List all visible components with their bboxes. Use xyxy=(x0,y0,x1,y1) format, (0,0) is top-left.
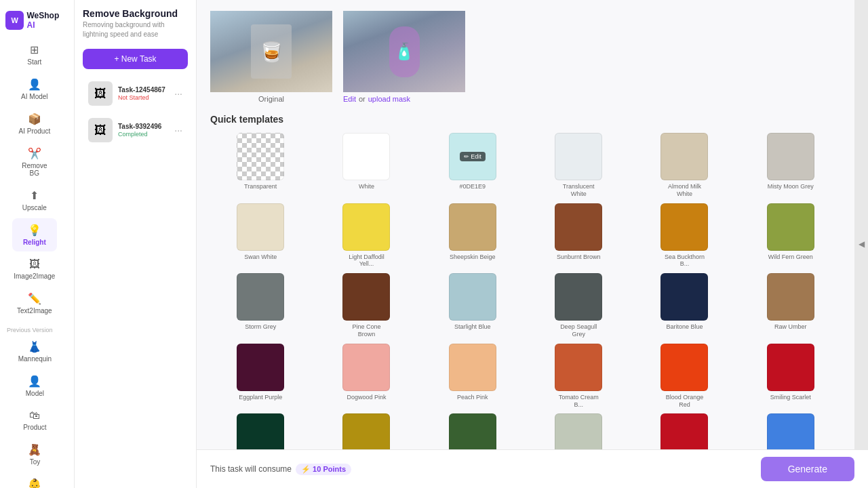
sidebar-item-ai-product[interactable]: 📦 AI Product xyxy=(12,107,57,140)
color-label-raw-umber: Raw Umber xyxy=(774,323,807,331)
text2image-label: Text2Image xyxy=(17,307,52,314)
color-item-peach-pink[interactable]: Peach Pink xyxy=(422,344,523,409)
color-swatch-sea-buckthorn-b xyxy=(660,203,708,251)
right-collapse-panel[interactable]: ◀ xyxy=(854,0,868,488)
sidebar-prev-toy[interactable]: 🧸 Toy xyxy=(16,438,54,471)
toy-prev-label: Toy xyxy=(30,458,41,466)
color-item-sheepskin-beige[interactable]: Sheepskin Beige xyxy=(422,203,523,268)
logo-text: WeShop AI xyxy=(26,11,68,30)
task-name: Task-12454867 xyxy=(118,86,169,94)
quick-templates-title: Quick templates xyxy=(210,114,841,125)
task-more-icon[interactable]: ··· xyxy=(174,88,182,99)
middle-panel: Remove Background Removing background wi… xyxy=(75,0,197,488)
color-item-smiling-scarlet[interactable]: Smiling Scarlet xyxy=(741,344,841,409)
remove-bg-icon: ✂️ xyxy=(28,147,41,160)
color-swatch-swan-white xyxy=(237,203,284,251)
color-label-light-daffodil-yellow: Light Daffodil Yell... xyxy=(342,253,390,268)
nav-items: ⊞ Start 👤 AI Model 📦 AI Product ✂️ Remov… xyxy=(12,38,62,321)
color-label-baritone-blue: Baritone Blue xyxy=(666,323,703,331)
task-item-task-1[interactable]: 🖼 Task-12454867 Not Started ··· xyxy=(80,76,191,111)
task-status: Not Started xyxy=(118,94,169,101)
start-icon: ⊞ xyxy=(30,43,39,56)
color-item-storm-grey[interactable]: Storm Grey xyxy=(210,273,311,338)
color-label-pine-cone-brown: Pine Cone Brown xyxy=(342,323,390,338)
color-item-light-daffodil-yellow[interactable]: Light Daffodil Yell... xyxy=(316,203,416,268)
upscale-icon: ⬆ xyxy=(30,189,39,202)
ai-model-icon: 👤 xyxy=(28,78,41,91)
new-task-button[interactable]: + New Task xyxy=(83,49,188,69)
image2image-label: Image2Image xyxy=(14,272,55,280)
sidebar-prev-children[interactable]: 👶 Children xyxy=(16,472,54,488)
sidebar-item-upscale[interactable]: ⬆ Upscale xyxy=(12,184,57,217)
sidebar-prev-model[interactable]: 👤 Model xyxy=(16,369,54,403)
color-item-custom-edit[interactable]: ✏ Edit #0DE1E9 xyxy=(422,133,523,198)
logo-area: W WeShop AI xyxy=(0,7,74,38)
color-label-white: White xyxy=(359,183,374,190)
color-item-sunburnt-brown[interactable]: Sunburnt Brown xyxy=(528,203,629,268)
color-item-raw-umber[interactable]: Raw Umber xyxy=(741,273,841,338)
color-item-sea-buckthorn-b[interactable]: Sea Buckthorn B... xyxy=(634,203,734,268)
color-item-translucent-white[interactable]: Translucent White xyxy=(528,133,629,198)
sidebar-prev-mannequin[interactable]: 👗 Mannequin xyxy=(16,335,54,368)
task-info: Task-9392496 Completed xyxy=(118,123,169,138)
color-item-dogwood-pink[interactable]: Dogwood Pink xyxy=(316,344,416,409)
generate-button[interactable]: Generate xyxy=(761,457,854,481)
color-label-eggplant-purple: Eggplant Purple xyxy=(239,394,282,401)
mannequin-prev-icon: 👗 xyxy=(28,340,41,353)
original-image-container: 🥃 Original xyxy=(210,11,332,103)
color-swatch-custom-edit: ✏ Edit xyxy=(449,133,496,180)
sidebar-prev-product[interactable]: 🛍 Product xyxy=(16,404,54,436)
color-label-deep-seagull-grey: Deep Seagull Grey xyxy=(555,323,602,338)
color-swatch-sunburnt-brown xyxy=(555,203,602,251)
start-label: Start xyxy=(27,58,41,66)
panel-title: Remove Background xyxy=(83,8,188,19)
lightning-icon: ⚡ xyxy=(301,465,311,473)
color-item-wild-fern-green[interactable]: Wild Fern Green xyxy=(741,203,841,268)
color-swatch-eggplant-purple xyxy=(237,344,284,391)
color-label-starlight-blue: Starlight Blue xyxy=(454,323,491,331)
collapse-arrow-icon: ◀ xyxy=(859,239,865,249)
color-item-pine-cone-brown[interactable]: Pine Cone Brown xyxy=(316,273,416,338)
panel-subtitle: Removing background with lightning speed… xyxy=(83,20,188,39)
edit-link[interactable]: Edit xyxy=(343,95,356,103)
consume-text: This task will consume ⚡ 10 Points xyxy=(210,464,351,475)
color-item-almond-milk-white[interactable]: Almond Milk White xyxy=(634,133,734,198)
color-item-white[interactable]: White xyxy=(316,133,416,198)
sidebar-item-relight[interactable]: 💡 Relight xyxy=(12,218,57,251)
sidebar-item-text2image[interactable]: ✏️ Text2Image xyxy=(12,287,57,320)
sidebar-item-start[interactable]: ⊞ Start xyxy=(12,38,57,71)
ai-product-icon: 📦 xyxy=(28,113,41,125)
color-swatch-baritone-blue xyxy=(660,273,708,321)
sidebar-item-remove-bg[interactable]: ✂️ Remove BG xyxy=(12,142,57,182)
color-label-smiling-scarlet: Smiling Scarlet xyxy=(770,394,811,401)
edited-image-container: 🧴 Edit or upload mask xyxy=(343,11,465,103)
task-list: 🖼 Task-12454867 Not Started ··· 🖼 Task-9… xyxy=(75,75,196,149)
color-item-misty-moon-grey[interactable]: Misty Moon Grey xyxy=(741,133,841,198)
color-item-starlight-blue[interactable]: Starlight Blue xyxy=(422,273,523,338)
sidebar-item-ai-model[interactable]: 👤 AI Model xyxy=(12,73,57,106)
color-swatch-smiling-scarlet xyxy=(767,344,814,391)
color-item-blood-orange-red[interactable]: Blood Orange Red xyxy=(634,344,734,409)
color-item-eggplant-purple[interactable]: Eggplant Purple xyxy=(210,344,311,409)
color-grid: TransparentWhite ✏ Edit #0DE1E9Transluce… xyxy=(210,133,841,488)
original-label: Original xyxy=(210,95,332,103)
color-item-swan-white[interactable]: Swan White xyxy=(210,203,311,268)
task-more-icon[interactable]: ··· xyxy=(174,125,182,136)
color-label-storm-grey: Storm Grey xyxy=(245,323,276,331)
color-item-baritone-blue[interactable]: Baritone Blue xyxy=(634,273,734,338)
color-swatch-storm-grey xyxy=(237,273,284,321)
product-prev-icon: 🛍 xyxy=(29,409,40,422)
color-item-tomato-cream-b[interactable]: Tomato Cream B... xyxy=(528,344,629,409)
color-label-transparent: Transparent xyxy=(244,183,277,190)
color-label-sheepskin-beige: Sheepskin Beige xyxy=(450,253,496,261)
consume-label: This task will consume xyxy=(210,464,292,474)
edited-image: 🧴 xyxy=(343,11,465,92)
upload-mask-link[interactable]: upload mask xyxy=(368,95,410,103)
color-swatch-translucent-white xyxy=(555,133,602,180)
task-item-task-2[interactable]: 🖼 Task-9392496 Completed ··· xyxy=(80,113,191,148)
color-swatch-transparent xyxy=(237,133,284,180)
color-item-transparent[interactable]: Transparent xyxy=(210,133,311,198)
sidebar-item-image2image[interactable]: 🖼 Image2Image xyxy=(12,253,57,285)
color-item-deep-seagull-grey[interactable]: Deep Seagull Grey xyxy=(528,273,629,338)
image-actions: Edit or upload mask xyxy=(343,95,465,103)
